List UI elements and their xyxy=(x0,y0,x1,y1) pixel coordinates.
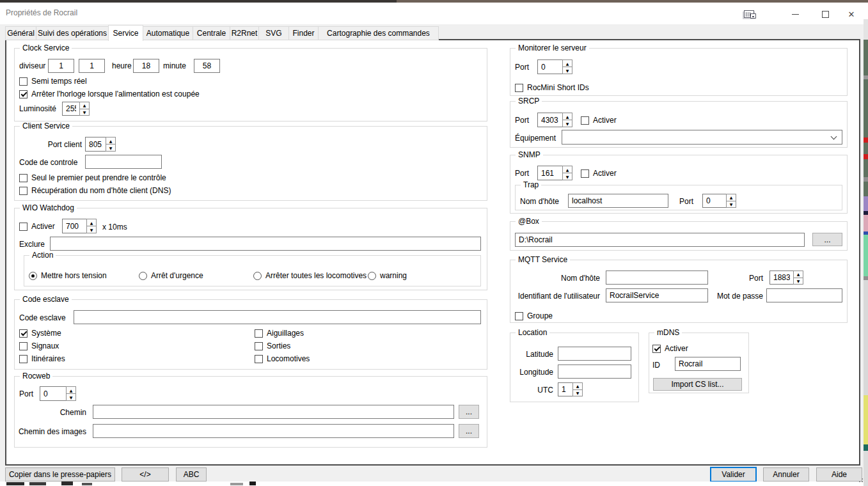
wio-activer-checkbox[interactable]: Activer xyxy=(19,222,55,231)
atbox-path-field[interactable] xyxy=(515,233,805,247)
mqtt-user-field[interactable] xyxy=(606,288,708,302)
sorties-checkbox[interactable]: Sorties xyxy=(255,341,290,350)
diviseur-field-1[interactable] xyxy=(48,59,74,73)
checkbox-box[interactable] xyxy=(255,329,263,338)
code-de-controle-field[interactable] xyxy=(85,155,162,169)
tab-general[interactable]: Général xyxy=(5,26,36,40)
srcp-port-value[interactable] xyxy=(537,113,563,127)
radio-arret-urgence[interactable]: Arrêt d'urgence xyxy=(139,271,203,280)
abc-button[interactable]: ABC xyxy=(176,467,207,482)
tab-automatique[interactable]: Automatique xyxy=(143,26,193,40)
spin-down-icon[interactable]: ▼ xyxy=(562,173,572,180)
spin-down-icon[interactable]: ▼ xyxy=(726,201,736,208)
radio[interactable] xyxy=(368,272,376,280)
stop-clock-power-checkbox[interactable]: Arrêter l'horloge lorsque l'alimentation… xyxy=(19,90,200,98)
diviseur-field-2[interactable] xyxy=(79,59,105,73)
checkbox-box[interactable] xyxy=(255,342,263,350)
signaux-checkbox[interactable]: Signaux xyxy=(19,341,59,350)
code-view-button[interactable]: </> xyxy=(122,467,169,482)
radio[interactable] xyxy=(139,272,147,280)
tab-centrale[interactable]: Centrale xyxy=(193,26,230,40)
tab-cartographie-des-commandes[interactable]: Cartographie des commandes xyxy=(318,26,439,40)
luminosite-value[interactable] xyxy=(62,102,80,116)
checkbox-box[interactable] xyxy=(19,187,28,195)
trap-port-value[interactable] xyxy=(702,194,727,208)
spin-down-icon[interactable]: ▼ xyxy=(79,109,90,116)
latitude-field[interactable] xyxy=(558,347,631,361)
checkbox-box[interactable] xyxy=(19,223,28,231)
radio[interactable] xyxy=(253,272,262,280)
exclure-field[interactable] xyxy=(50,237,481,251)
checkbox-box-checked[interactable] xyxy=(652,345,661,353)
mqtt-port-value[interactable] xyxy=(769,270,794,285)
rocweb-port-value[interactable] xyxy=(40,386,67,401)
locomotives-checkbox[interactable]: Locomotives xyxy=(255,354,310,363)
touch-keyboard-icon[interactable] xyxy=(744,10,756,19)
trap-port-spinner[interactable]: ▲▼ xyxy=(702,194,736,208)
annuler-button[interactable]: Annuler xyxy=(763,467,809,482)
chemin-field[interactable] xyxy=(93,405,454,419)
chemin-images-field[interactable] xyxy=(93,424,454,438)
premier-controle-checkbox[interactable]: Seul le premier peut prendre le contrôle xyxy=(19,173,166,182)
radio-arreter-locomotives[interactable]: Arrêter toutes les locomotives xyxy=(253,271,367,280)
checkbox-box[interactable] xyxy=(581,169,589,178)
valider-button[interactable]: Valider xyxy=(710,467,757,482)
mdns-activer-checkbox[interactable]: Activer xyxy=(652,344,688,353)
chemin-images-browse-button[interactable]: ... xyxy=(459,424,479,438)
longitude-field[interactable] xyxy=(558,364,631,379)
spin-down-icon[interactable]: ▼ xyxy=(572,389,583,397)
checkbox-box-checked[interactable] xyxy=(19,329,28,338)
close-button[interactable]: ✕ xyxy=(846,8,857,20)
maximize-button[interactable] xyxy=(819,8,831,20)
checkbox-box[interactable] xyxy=(19,77,28,86)
resize-grip[interactable] xyxy=(856,476,866,485)
port-client-value[interactable] xyxy=(85,137,106,152)
monitor-port-spinner[interactable]: ▲▼ xyxy=(537,59,572,74)
srcp-activer-checkbox[interactable]: Activer xyxy=(581,116,617,125)
port-client-spinner[interactable]: ▲▼ xyxy=(85,137,116,152)
mqtt-groupe-checkbox[interactable]: Groupe xyxy=(515,311,553,320)
spin-down-icon[interactable]: ▼ xyxy=(562,120,572,127)
radio-selected[interactable] xyxy=(29,272,37,280)
spin-down-icon[interactable]: ▼ xyxy=(793,278,803,285)
tab-finder[interactable]: Finder xyxy=(288,26,319,40)
import-cs-list-button[interactable]: Import CS list... xyxy=(653,378,742,391)
checkbox-box[interactable] xyxy=(255,355,263,363)
dns-checkbox[interactable]: Récupération du nom d'hôte client (DNS) xyxy=(19,186,171,195)
rocweb-port-spinner[interactable]: ▲▼ xyxy=(40,386,76,401)
chemin-browse-button[interactable]: ... xyxy=(459,405,479,419)
snmp-port-spinner[interactable]: ▲▼ xyxy=(537,166,572,180)
wio-interval-spinner[interactable]: ▲▼ xyxy=(62,219,97,233)
checkbox-box[interactable] xyxy=(581,116,589,125)
rocmini-short-ids-checkbox[interactable]: RocMini Short IDs xyxy=(515,83,589,92)
checkbox-box[interactable] xyxy=(515,84,523,92)
mqtt-password-field[interactable] xyxy=(766,288,842,302)
utc-value[interactable] xyxy=(558,382,573,396)
radio-warning[interactable]: warning xyxy=(368,271,407,280)
heure-field[interactable] xyxy=(133,59,159,73)
snmp-port-value[interactable] xyxy=(537,166,563,180)
tab-suivi-des-operations[interactable]: Suivi des opérations xyxy=(36,26,109,40)
mdns-id-field[interactable] xyxy=(675,357,741,371)
systeme-checkbox[interactable]: Système xyxy=(19,329,61,338)
luminosite-spinner[interactable]: ▲▼ xyxy=(62,102,90,116)
radio-mettre-hors-tension[interactable]: Mettre hors tension xyxy=(29,271,107,280)
monitor-port-value[interactable] xyxy=(537,59,563,74)
snmp-activer-checkbox[interactable]: Activer xyxy=(581,169,617,178)
checkbox-box[interactable] xyxy=(515,312,523,320)
checkbox-box-checked[interactable] xyxy=(19,90,28,98)
checkbox-box[interactable] xyxy=(19,342,28,350)
semi-temps-reel-checkbox[interactable]: Semi temps réel xyxy=(19,77,87,86)
atbox-browse-button[interactable]: ... xyxy=(812,233,842,246)
minimize-button[interactable] xyxy=(789,8,801,20)
tab-service[interactable]: Service xyxy=(108,25,143,41)
srcp-port-spinner[interactable]: ▲▼ xyxy=(537,113,572,127)
tab-r2rnet[interactable]: R2Rnet xyxy=(230,26,259,40)
wio-interval-value[interactable] xyxy=(62,219,87,233)
itineraires-checkbox[interactable]: Itinéraires xyxy=(19,354,65,363)
spin-down-icon[interactable]: ▼ xyxy=(66,393,76,401)
code-esclave-field[interactable] xyxy=(74,310,481,324)
spin-down-icon[interactable]: ▼ xyxy=(86,226,97,233)
equipement-dropdown[interactable] xyxy=(562,130,842,145)
tab-svg[interactable]: SVG xyxy=(258,26,289,40)
